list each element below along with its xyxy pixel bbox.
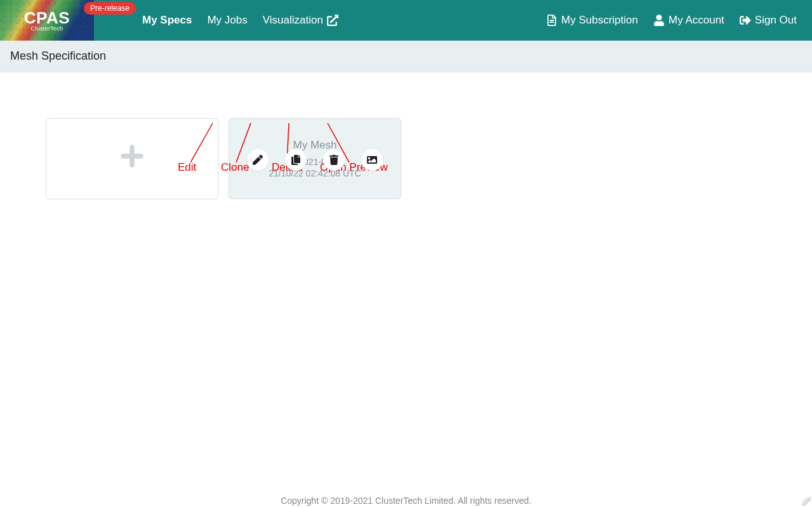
mesh-card[interactable]: My Mesh 2021-08 21/10/22 02:42:08 UTC xyxy=(229,118,401,199)
user-icon xyxy=(653,15,665,26)
nav-left: My Specs My Jobs Visualization xyxy=(142,14,338,27)
image-icon xyxy=(367,155,377,165)
brand-name: CPAS ClusterTech xyxy=(24,10,70,32)
delete-button[interactable] xyxy=(323,149,345,171)
nav-sign-out-label: Sign Out xyxy=(755,14,797,27)
sign-out-icon xyxy=(740,15,751,26)
pencil-icon xyxy=(253,155,263,165)
nav-my-account-label: My Account xyxy=(669,14,724,27)
top-navbar: CPAS ClusterTech Pre-release My Specs My… xyxy=(0,0,812,41)
nav-right: My Subscription My Account Sign Out xyxy=(546,14,812,27)
nav-sign-out[interactable]: Sign Out xyxy=(740,14,797,27)
nav-my-account[interactable]: My Account xyxy=(653,14,724,27)
content-area: My Mesh 2021-08 21/10/22 02:42:08 UTC Ed xyxy=(0,72,812,199)
plus-icon xyxy=(119,143,145,174)
brand-logo[interactable]: CPAS ClusterTech xyxy=(0,0,94,41)
clone-button[interactable] xyxy=(285,149,307,171)
trash-icon xyxy=(329,155,339,165)
nav-my-specs[interactable]: My Specs xyxy=(142,14,192,27)
invoice-icon xyxy=(546,15,557,26)
mesh-card-actions xyxy=(229,149,401,171)
open-preview-button[interactable] xyxy=(361,149,383,171)
footer-copyright: Copyright © 2019-2021 ClusterTech Limite… xyxy=(0,496,812,507)
nav-my-subscription[interactable]: My Subscription xyxy=(546,14,638,27)
edit-button[interactable] xyxy=(247,149,269,171)
external-link-icon xyxy=(327,15,338,26)
pre-release-badge: Pre-release xyxy=(84,2,136,15)
new-mesh-card[interactable] xyxy=(46,118,218,199)
nav-visualization[interactable]: Visualization xyxy=(263,14,338,27)
nav-my-subscription-label: My Subscription xyxy=(561,14,638,27)
nav-my-jobs[interactable]: My Jobs xyxy=(207,14,247,27)
page-title: Mesh Specification xyxy=(0,41,812,72)
copy-icon xyxy=(291,155,301,165)
nav-visualization-label: Visualization xyxy=(263,14,323,27)
resize-grip[interactable] xyxy=(802,497,811,506)
